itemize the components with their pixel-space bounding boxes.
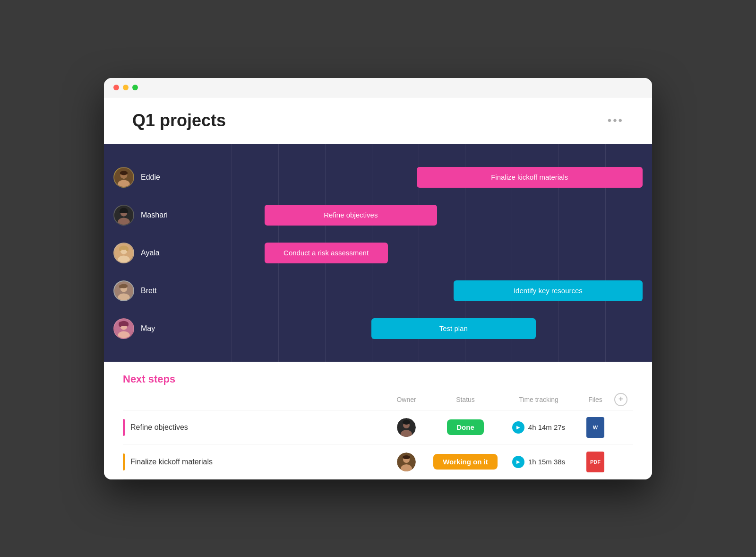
time-text-finalize: 1h 15m 38s (528, 458, 565, 466)
titlebar (104, 78, 652, 97)
gantt-bar-area-brett: Identify key resources (232, 280, 643, 301)
person-name-ayala: Ayala (141, 249, 160, 257)
status-badge-refine[interactable]: Done (447, 419, 484, 435)
gantt-bar-mashari[interactable]: Refine objectives (265, 205, 437, 226)
svg-point-9 (120, 210, 123, 213)
next-steps-heading: Next steps (123, 373, 633, 385)
play-button-finalize[interactable]: ▶ (512, 456, 524, 468)
task-cell-finalize: Finalize kickoff materials (123, 453, 383, 470)
gantt-bar-ayala[interactable]: Conduct a risk assessment (265, 243, 388, 263)
gantt-bar-area-may: Test plan (232, 318, 643, 339)
person-name-eddie: Eddie (141, 173, 160, 182)
table-header: Owner Status Time tracking Files + (123, 393, 633, 410)
task-row-refine-objectives: Refine objectives Done ▶ 4h 14m 27s (123, 410, 633, 445)
person-name-mashari: Mashari (141, 211, 168, 219)
person-eddie: Eddie (113, 167, 232, 188)
gantt-rows: Eddie Finalize kickoff materials (104, 158, 652, 348)
gantt-bar-label-eddie: Finalize kickoff materials (491, 173, 568, 181)
gantt-bar-label-mashari: Refine objectives (324, 211, 378, 219)
gantt-chart: Eddie Finalize kickoff materials (104, 144, 652, 362)
gantt-row-brett: Brett Identify key resources (104, 272, 652, 310)
owner-avatar-finalize (397, 453, 416, 471)
maximize-dot[interactable] (132, 85, 138, 90)
svg-point-4 (120, 171, 128, 175)
status-cell-finalize: Working on it (430, 454, 501, 470)
app-window: Q1 projects ••• (104, 78, 652, 479)
person-mashari: Mashari (113, 205, 232, 226)
svg-point-26 (119, 322, 122, 327)
gantt-row-eddie: Eddie Finalize kickoff materials (104, 158, 652, 196)
svg-point-27 (126, 322, 129, 326)
avatar-may (113, 318, 134, 339)
status-badge-finalize[interactable]: Working on it (433, 454, 498, 470)
time-text-refine: 4h 14m 27s (528, 423, 565, 431)
task-bar-indicator-finalize (123, 453, 125, 470)
file-label-refine: W (593, 425, 598, 430)
file-label-finalize: PDF (590, 459, 601, 465)
col-header-add: + (614, 393, 633, 406)
col-header-owner: Owner (383, 396, 430, 403)
avatar-ayala (113, 243, 134, 263)
col-header-time: Time tracking (501, 396, 576, 403)
gantt-row-may: May Test plan (104, 310, 652, 348)
status-cell-refine: Done (430, 419, 501, 435)
file-word-icon-refine[interactable]: W (586, 417, 604, 438)
add-column-button[interactable]: + (614, 393, 627, 406)
person-name-brett: Brett (141, 287, 157, 295)
person-name-may: May (141, 324, 155, 333)
task-row-finalize: Finalize kickoff materials Working on it… (123, 445, 633, 479)
task-bar-indicator-refine (123, 419, 125, 436)
col-header-files: Files (576, 396, 614, 403)
gantt-row-ayala: Ayala Conduct a risk assessment (104, 234, 652, 272)
person-may: May (113, 318, 232, 339)
col-header-status: Status (430, 396, 501, 403)
task-cell-refine: Refine objectives (123, 419, 383, 436)
play-button-refine[interactable]: ▶ (512, 421, 524, 434)
time-cell-refine: ▶ 4h 14m 27s (501, 421, 576, 434)
owner-cell-refine (383, 418, 430, 437)
page-header: Q1 projects ••• (104, 97, 652, 144)
gantt-bar-area-eddie: Finalize kickoff materials (232, 167, 643, 188)
minimize-dot[interactable] (123, 85, 129, 90)
more-button[interactable]: ••• (608, 114, 624, 127)
gantt-bar-may[interactable]: Test plan (371, 318, 536, 339)
file-pdf-icon-finalize[interactable]: PDF (586, 452, 604, 472)
svg-point-15 (119, 247, 121, 251)
svg-point-16 (126, 247, 129, 251)
gantt-bar-label-ayala: Conduct a risk assessment (284, 249, 369, 257)
svg-point-10 (125, 210, 128, 213)
close-dot[interactable] (113, 85, 119, 90)
person-brett: Brett (113, 280, 232, 301)
files-cell-finalize: PDF (576, 452, 614, 472)
owner-cell-finalize (383, 453, 430, 471)
avatar-mashari (113, 205, 134, 226)
svg-point-21 (119, 285, 122, 288)
page-title: Q1 projects (132, 111, 226, 131)
gantt-bar-label-may: Test plan (439, 324, 468, 332)
time-cell-finalize: ▶ 1h 15m 38s (501, 456, 576, 468)
gantt-bar-area-mashari: Refine objectives (232, 205, 643, 226)
owner-avatar-refine (397, 418, 416, 437)
gantt-row-mashari: Mashari Refine objectives (104, 196, 652, 234)
avatar-brett (113, 280, 134, 301)
next-steps-section: Next steps Owner Status Time tracking Fi… (104, 362, 652, 479)
gantt-bar-area-ayala: Conduct a risk assessment (232, 243, 643, 263)
task-name-refine: Refine objectives (130, 423, 188, 432)
files-cell-refine: W (576, 417, 614, 438)
person-ayala: Ayala (113, 243, 232, 263)
svg-point-35 (403, 455, 410, 459)
gantt-bar-brett[interactable]: Identify key resources (454, 280, 643, 301)
task-name-finalize: Finalize kickoff materials (130, 458, 213, 466)
gantt-bar-label-brett: Identify key resources (514, 287, 583, 295)
svg-point-31 (403, 420, 410, 425)
gantt-bar-eddie[interactable]: Finalize kickoff materials (417, 167, 643, 188)
avatar-eddie (113, 167, 134, 188)
